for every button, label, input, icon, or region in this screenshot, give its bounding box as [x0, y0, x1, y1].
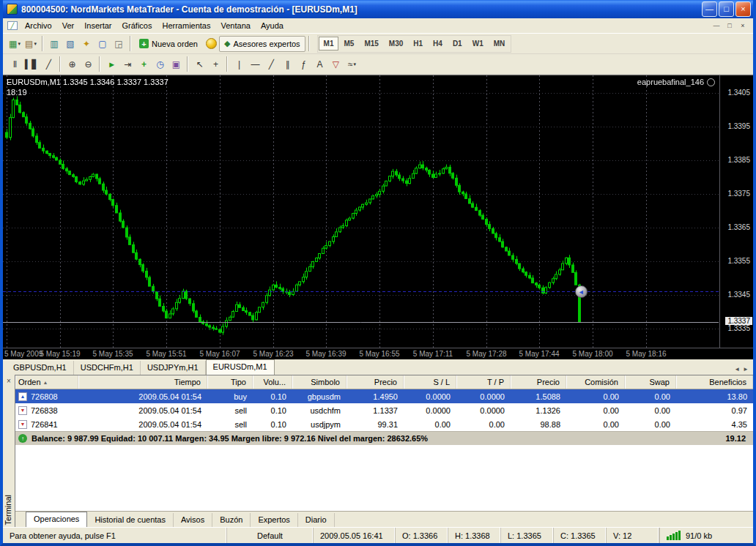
zoom-out-button[interactable]: ⊖ [80, 56, 96, 72]
cursor-button[interactable]: ↖ [191, 56, 207, 72]
chart-canvas[interactable] [3, 75, 719, 348]
market-watch-button[interactable]: ▥ [46, 36, 62, 52]
vertical-line-button[interactable]: | [231, 56, 247, 72]
terminal-tab-expertos[interactable]: Expertos [251, 513, 297, 527]
equidistant-channel-button[interactable]: ∥ [279, 56, 295, 72]
line-chart-icon: ╱ [46, 60, 51, 69]
column-header-volu[interactable]: Volu... [253, 375, 292, 389]
column-header-comisi-n[interactable]: Comisión [566, 375, 625, 389]
menu-insertar[interactable]: Insertar [79, 20, 116, 31]
menu-ventana[interactable]: Ventana [216, 20, 256, 31]
column-header-simbolo[interactable]: Simbolo [292, 375, 346, 389]
cell-precio: 1.1337 [346, 403, 404, 417]
column-header-tipo[interactable]: Tipo [207, 375, 253, 389]
toolbar-standard: ▦▾ ▤▾ ▥ ▧ ✦ ▢ ◲ + Nueva orden ◆ Asesores… [3, 34, 753, 54]
chart-tab-eurusdm-m1[interactable]: EURUSDm,M1 [206, 359, 275, 375]
trendline-button[interactable]: ╱ [263, 56, 279, 72]
arrows-tool-button[interactable]: ▽ [327, 56, 344, 72]
chart-tab-usdchfm-h1[interactable]: USDCHFm,H1 [74, 361, 141, 375]
asesores-label: Asesores expertos [233, 40, 300, 48]
timeframe-h1[interactable]: H1 [408, 37, 428, 51]
column-header-swap[interactable]: Swap [625, 375, 676, 389]
crosshair-button[interactable]: + [207, 56, 223, 72]
terminal-close-button[interactable]: × [4, 376, 13, 385]
chart-tab-prev-button[interactable]: ◄ [734, 366, 740, 373]
cycle-lines-button[interactable]: ≈▾ [344, 56, 360, 72]
menu-archivo[interactable]: Archivo [20, 20, 57, 31]
child-window-icon[interactable]: ╱ [7, 21, 18, 30]
timeframe-h4[interactable]: H4 [428, 37, 448, 51]
candlestick-chart-button[interactable]: ▍▋ [23, 56, 40, 72]
timeframe-w1[interactable]: W1 [467, 37, 489, 51]
menu-ver[interactable]: Ver [57, 20, 80, 31]
menu-gr-ficos[interactable]: Gráficos [117, 20, 158, 31]
column-header-orden[interactable]: Orden▲ [15, 375, 78, 389]
column-header-t-p[interactable]: T / P [456, 375, 511, 389]
column-header-tiempo[interactable]: Tiempo [78, 375, 207, 389]
mdi-minimize-button[interactable]: — [710, 20, 723, 31]
terminal-button[interactable]: ▢ [94, 36, 111, 52]
metaeditor-button[interactable] [203, 36, 219, 52]
chart-ohlc-info: EURUSDm,M1 1.3345 1.3346 1.3337 1.3337 [7, 78, 168, 86]
zoom-in-button[interactable]: ⊕ [64, 56, 80, 72]
timeframe-m5[interactable]: M5 [338, 37, 359, 51]
timeframe-mn[interactable]: MN [489, 37, 511, 51]
mdi-restore-button[interactable]: □ [723, 20, 736, 31]
toolbar-separator [99, 56, 100, 72]
indicators-button[interactable]: + [136, 56, 152, 72]
templates-button[interactable]: ▣ [168, 56, 184, 72]
close-button[interactable]: × [735, 1, 751, 17]
cell-sl: 0.0000 [404, 389, 456, 403]
line-chart-button[interactable]: ╱ [40, 56, 56, 72]
timeframe-m30[interactable]: M30 [384, 37, 408, 51]
terminal-tab-buz-n[interactable]: Buzón [212, 513, 251, 527]
price-scale[interactable]: 1.34051.33951.33851.33751.33651.33551.33… [719, 75, 753, 348]
timeframe-d1[interactable]: D1 [448, 37, 467, 51]
maximize-button[interactable]: □ [719, 1, 734, 17]
ea-status-icon [707, 78, 715, 86]
asesores-expertos-button[interactable]: ◆ Asesores expertos [219, 36, 305, 52]
nueva-orden-button[interactable]: + Nueva orden [134, 36, 203, 52]
text-tool-button[interactable]: A [311, 56, 327, 72]
time-axis[interactable]: 5 May 20095 May 15:195 May 15:355 May 15… [3, 348, 753, 359]
cell-swap: 0.00 [625, 417, 676, 431]
horizontal-line-button[interactable]: — [247, 56, 263, 72]
timeframe-m15[interactable]: M15 [359, 37, 383, 51]
terminal-tab-avisos[interactable]: Avisos [174, 513, 212, 527]
mdi-close-button[interactable]: × [736, 20, 749, 31]
navigator-button[interactable]: ✦ [78, 36, 94, 52]
column-header-s-l[interactable]: S / L [404, 375, 456, 389]
balance-row[interactable]: ↑ Balance: 9 987.99 Equidad: 10 007.11 M… [15, 431, 753, 445]
terminal-tab-diario[interactable]: Diario [298, 513, 335, 527]
strategy-tester-button[interactable]: ◲ [111, 36, 127, 52]
column-header-beneficios[interactable]: Beneficios [676, 375, 753, 389]
timeframe-m1[interactable]: M1 [319, 37, 339, 51]
profiles-button[interactable]: ▤▾ [23, 36, 39, 52]
chart-tab-gbpusdm-h1[interactable]: GBPUSDm,H1 [7, 361, 74, 375]
terminal-tab-operaciones[interactable]: Operaciones [26, 512, 87, 527]
terminal-tab-historial-de-cuentas[interactable]: Historial de cuentas [87, 513, 174, 527]
new-chart-button[interactable]: ▦▾ [7, 36, 23, 52]
toolbar-separator [308, 36, 310, 51]
data-window-button[interactable]: ▧ [62, 36, 78, 52]
column-header-precio[interactable]: Precio [511, 375, 566, 389]
chart-tab-usdjpym-h1[interactable]: USDJPYm,H1 [141, 361, 206, 375]
order-row[interactable]: ▲7268082009.05.04 01:54buy0.10gbpusdm1.4… [15, 389, 753, 403]
column-header-precio[interactable]: Precio [346, 375, 404, 389]
cell-comision: 0.00 [566, 403, 625, 417]
fibonacci-button[interactable]: ƒ [295, 56, 311, 72]
bar-chart-button[interactable]: ||| [7, 56, 23, 72]
order-row[interactable]: ▼7268382009.05.04 01:54sell0.10usdchfm1.… [15, 403, 753, 417]
periods-button[interactable]: ◷ [152, 56, 168, 72]
cursor-icon: ↖ [196, 60, 203, 69]
order-row[interactable]: ▼7268412009.05.04 01:54sell0.10usdjpym99… [15, 417, 753, 431]
auto-scroll-button[interactable]: ▸ [103, 56, 119, 72]
chart-tab-next-button[interactable]: ► [743, 366, 749, 373]
menu-ayuda[interactable]: Ayuda [256, 20, 289, 31]
status-profile[interactable]: Default [227, 528, 314, 543]
minimize-button[interactable]: — [702, 1, 717, 17]
menu-herramientas[interactable]: Herramientas [157, 20, 215, 31]
chart-shift-button[interactable]: ⇥ [119, 56, 136, 72]
ea-comment: 18:19 [7, 88, 27, 97]
orders-table-header[interactable]: Orden▲TiempoTipoVolu...SimboloPrecioS / … [15, 375, 753, 389]
